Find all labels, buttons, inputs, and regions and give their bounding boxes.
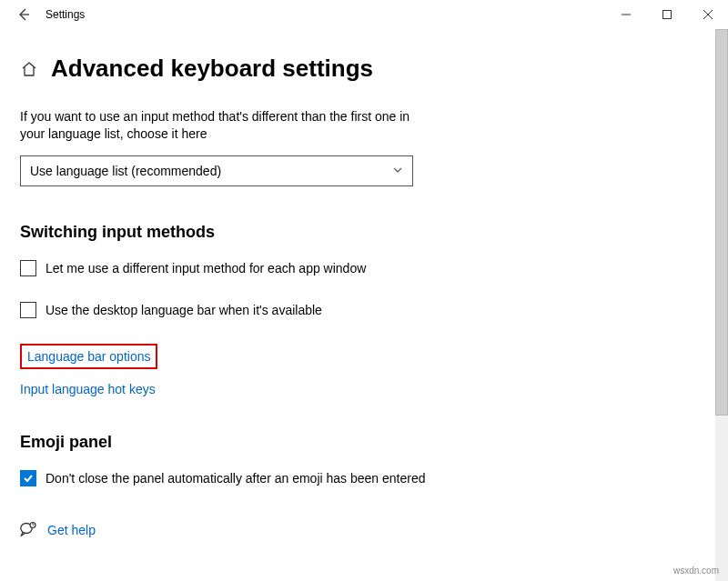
checkbox-emoji-panel-stay[interactable] — [20, 470, 36, 486]
scrollbar-thumb[interactable] — [715, 29, 728, 416]
section-heading-switching: Switching input methods — [20, 223, 708, 242]
checkbox-desktop-lang-bar-label: Use the desktop language bar when it's a… — [46, 303, 322, 317]
checkbox-per-app-input-label: Let me use a different input method for … — [46, 261, 366, 275]
back-button[interactable] — [7, 0, 40, 29]
minimize-button[interactable] — [605, 1, 646, 28]
home-icon[interactable] — [20, 60, 38, 78]
default-input-method-select[interactable]: Use language list (recommended) — [20, 155, 413, 186]
checkbox-emoji-panel-stay-label: Don't close the panel automatically afte… — [46, 471, 425, 486]
highlight-box: Language bar options — [20, 344, 157, 369]
page-heading: Advanced keyboard settings — [51, 55, 373, 83]
get-help-link[interactable]: Get help — [47, 523, 96, 537]
checkbox-desktop-lang-bar[interactable] — [20, 302, 36, 318]
maximize-button[interactable] — [646, 1, 687, 28]
checkbox-per-app-input[interactable] — [20, 260, 36, 276]
chevron-down-icon — [392, 164, 403, 178]
help-icon — [20, 521, 36, 540]
input-language-hotkeys-link[interactable]: Input language hot keys — [20, 382, 156, 396]
language-bar-options-link[interactable]: Language bar options — [27, 349, 150, 364]
select-value: Use language list (recommended) — [30, 164, 221, 178]
vertical-scrollbar[interactable] — [715, 29, 728, 581]
close-button[interactable] — [687, 1, 728, 28]
app-title: Settings — [46, 8, 85, 21]
svg-rect-2 — [662, 11, 671, 19]
section-heading-emoji: Emoji panel — [20, 433, 708, 452]
watermark: wsxdn.com — [673, 566, 719, 576]
page-description: If you want to use an input method that'… — [20, 108, 411, 143]
